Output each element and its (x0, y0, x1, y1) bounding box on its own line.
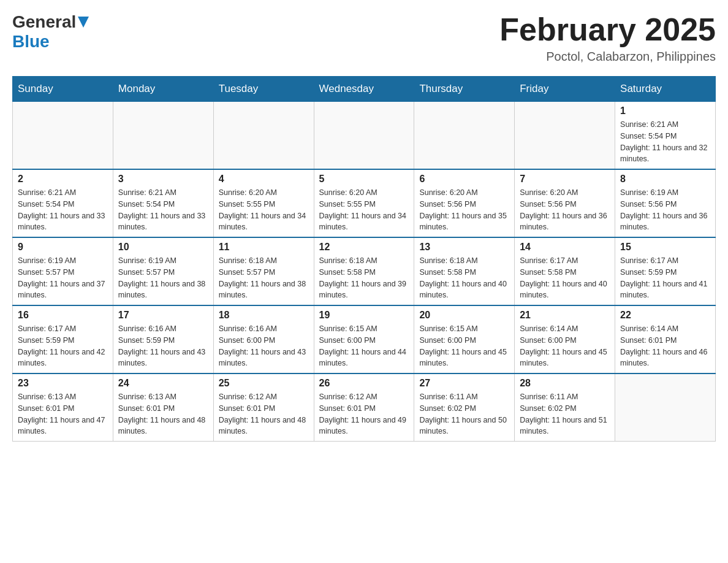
day-info: Sunrise: 6:15 AMSunset: 6:00 PMDaylight:… (419, 323, 509, 369)
day-info: Sunrise: 6:14 AMSunset: 6:01 PMDaylight:… (620, 323, 710, 369)
calendar-day-cell: 15Sunrise: 6:17 AMSunset: 5:59 PMDayligh… (615, 237, 716, 305)
col-tuesday: Tuesday (213, 77, 314, 102)
calendar-day-cell: 1Sunrise: 6:21 AMSunset: 5:54 PMDaylight… (615, 102, 716, 170)
day-info: Sunrise: 6:21 AMSunset: 5:54 PMDaylight:… (118, 187, 208, 233)
calendar-day-cell: 25Sunrise: 6:12 AMSunset: 6:01 PMDayligh… (213, 373, 314, 442)
day-info: Sunrise: 6:18 AMSunset: 5:57 PMDaylight:… (219, 255, 309, 301)
calendar-day-cell (113, 102, 213, 170)
calendar-week-row: 9Sunrise: 6:19 AMSunset: 5:57 PMDaylight… (13, 237, 716, 305)
calendar-day-cell: 18Sunrise: 6:16 AMSunset: 6:00 PMDayligh… (213, 305, 314, 373)
day-number: 5 (319, 174, 409, 185)
location-text: Poctol, Calabarzon, Philippines (499, 50, 716, 64)
day-number: 20 (419, 310, 509, 321)
day-info: Sunrise: 6:18 AMSunset: 5:58 PMDaylight:… (319, 255, 409, 301)
calendar-day-cell: 12Sunrise: 6:18 AMSunset: 5:58 PMDayligh… (314, 237, 414, 305)
day-number: 12 (319, 242, 409, 253)
day-info: Sunrise: 6:15 AMSunset: 6:00 PMDaylight:… (319, 323, 409, 369)
day-info: Sunrise: 6:19 AMSunset: 5:56 PMDaylight:… (620, 187, 710, 233)
day-info: Sunrise: 6:16 AMSunset: 5:59 PMDaylight:… (118, 323, 208, 369)
svg-marker-0 (78, 17, 89, 28)
day-number: 17 (118, 310, 208, 321)
day-info: Sunrise: 6:20 AMSunset: 5:55 PMDaylight:… (219, 187, 309, 233)
calendar-day-cell: 21Sunrise: 6:14 AMSunset: 6:00 PMDayligh… (515, 305, 615, 373)
day-info: Sunrise: 6:17 AMSunset: 5:58 PMDaylight:… (520, 255, 610, 301)
day-number: 11 (219, 242, 309, 253)
col-sunday: Sunday (13, 77, 113, 102)
calendar-day-cell: 6Sunrise: 6:20 AMSunset: 5:56 PMDaylight… (414, 169, 515, 237)
day-number: 16 (18, 310, 108, 321)
day-number: 23 (18, 378, 108, 389)
calendar-day-cell: 10Sunrise: 6:19 AMSunset: 5:57 PMDayligh… (113, 237, 213, 305)
day-info: Sunrise: 6:20 AMSunset: 5:55 PMDaylight:… (319, 187, 409, 233)
day-info: Sunrise: 6:16 AMSunset: 6:00 PMDaylight:… (219, 323, 309, 369)
day-info: Sunrise: 6:11 AMSunset: 6:02 PMDaylight:… (520, 391, 610, 437)
day-number: 26 (319, 378, 409, 389)
calendar-day-cell (13, 102, 113, 170)
calendar-day-cell: 20Sunrise: 6:15 AMSunset: 6:00 PMDayligh… (414, 305, 515, 373)
calendar-week-row: 2Sunrise: 6:21 AMSunset: 5:54 PMDaylight… (13, 169, 716, 237)
calendar-table: Sunday Monday Tuesday Wednesday Thursday… (12, 76, 716, 442)
day-number: 19 (319, 310, 409, 321)
calendar-day-cell: 27Sunrise: 6:11 AMSunset: 6:02 PMDayligh… (414, 373, 515, 442)
day-number: 10 (118, 242, 208, 253)
day-number: 8 (620, 174, 710, 185)
calendar-day-cell: 13Sunrise: 6:18 AMSunset: 5:58 PMDayligh… (414, 237, 515, 305)
calendar-day-cell (213, 102, 314, 170)
day-number: 27 (419, 378, 509, 389)
calendar-day-cell: 16Sunrise: 6:17 AMSunset: 5:59 PMDayligh… (13, 305, 113, 373)
calendar-day-cell: 14Sunrise: 6:17 AMSunset: 5:58 PMDayligh… (515, 237, 615, 305)
calendar-day-cell: 8Sunrise: 6:19 AMSunset: 5:56 PMDaylight… (615, 169, 716, 237)
calendar-day-cell: 2Sunrise: 6:21 AMSunset: 5:54 PMDaylight… (13, 169, 113, 237)
day-info: Sunrise: 6:12 AMSunset: 6:01 PMDaylight:… (319, 391, 409, 437)
day-info: Sunrise: 6:13 AMSunset: 6:01 PMDaylight:… (18, 391, 108, 437)
day-info: Sunrise: 6:21 AMSunset: 5:54 PMDaylight:… (18, 187, 108, 233)
calendar-day-cell: 17Sunrise: 6:16 AMSunset: 5:59 PMDayligh… (113, 305, 213, 373)
calendar-week-row: 16Sunrise: 6:17 AMSunset: 5:59 PMDayligh… (13, 305, 716, 373)
calendar-day-cell: 3Sunrise: 6:21 AMSunset: 5:54 PMDaylight… (113, 169, 213, 237)
logo-blue-text: Blue (12, 32, 50, 51)
col-monday: Monday (113, 77, 213, 102)
col-thursday: Thursday (414, 77, 515, 102)
day-number: 6 (419, 174, 509, 185)
calendar-day-cell (414, 102, 515, 170)
day-number: 2 (18, 174, 108, 185)
day-number: 13 (419, 242, 509, 253)
calendar-week-row: 23Sunrise: 6:13 AMSunset: 6:01 PMDayligh… (13, 373, 716, 442)
calendar-day-cell: 26Sunrise: 6:12 AMSunset: 6:01 PMDayligh… (314, 373, 414, 442)
calendar-week-row: 1Sunrise: 6:21 AMSunset: 5:54 PMDaylight… (13, 102, 716, 170)
day-number: 15 (620, 242, 710, 253)
day-number: 25 (219, 378, 309, 389)
calendar-day-cell: 4Sunrise: 6:20 AMSunset: 5:55 PMDaylight… (213, 169, 314, 237)
day-info: Sunrise: 6:11 AMSunset: 6:02 PMDaylight:… (419, 391, 509, 437)
day-number: 9 (18, 242, 108, 253)
calendar-day-cell: 5Sunrise: 6:20 AMSunset: 5:55 PMDaylight… (314, 169, 414, 237)
day-number: 3 (118, 174, 208, 185)
logo-triangle-icon (78, 17, 89, 30)
calendar-day-cell: 22Sunrise: 6:14 AMSunset: 6:01 PMDayligh… (615, 305, 716, 373)
calendar-day-cell (515, 102, 615, 170)
logo: General Blue (12, 12, 89, 52)
calendar-day-cell: 9Sunrise: 6:19 AMSunset: 5:57 PMDaylight… (13, 237, 113, 305)
calendar-day-cell: 19Sunrise: 6:15 AMSunset: 6:00 PMDayligh… (314, 305, 414, 373)
page-header: General Blue February 2025 Poctol, Calab… (12, 12, 716, 64)
calendar-day-cell (314, 102, 414, 170)
calendar-day-cell: 28Sunrise: 6:11 AMSunset: 6:02 PMDayligh… (515, 373, 615, 442)
col-wednesday: Wednesday (314, 77, 414, 102)
day-info: Sunrise: 6:13 AMSunset: 6:01 PMDaylight:… (118, 391, 208, 437)
day-info: Sunrise: 6:19 AMSunset: 5:57 PMDaylight:… (18, 255, 108, 301)
logo-general-text: General (12, 12, 76, 32)
col-saturday: Saturday (615, 77, 716, 102)
calendar-header-row: Sunday Monday Tuesday Wednesday Thursday… (13, 77, 716, 102)
day-info: Sunrise: 6:18 AMSunset: 5:58 PMDaylight:… (419, 255, 509, 301)
day-number: 24 (118, 378, 208, 389)
day-number: 21 (520, 310, 610, 321)
day-number: 7 (520, 174, 610, 185)
day-info: Sunrise: 6:20 AMSunset: 5:56 PMDaylight:… (419, 187, 509, 233)
day-number: 18 (219, 310, 309, 321)
day-info: Sunrise: 6:12 AMSunset: 6:01 PMDaylight:… (219, 391, 309, 437)
day-number: 28 (520, 378, 610, 389)
calendar-day-cell: 7Sunrise: 6:20 AMSunset: 5:56 PMDaylight… (515, 169, 615, 237)
month-title: February 2025 (499, 12, 716, 47)
day-info: Sunrise: 6:19 AMSunset: 5:57 PMDaylight:… (118, 255, 208, 301)
day-info: Sunrise: 6:17 AMSunset: 5:59 PMDaylight:… (620, 255, 710, 301)
